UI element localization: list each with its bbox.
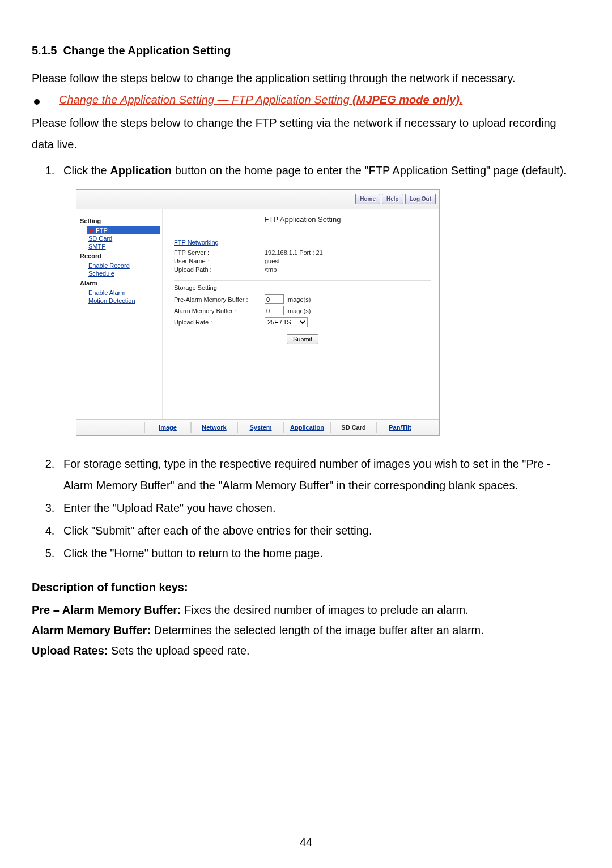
bottomnav-application[interactable]: Application: [284, 422, 330, 433]
sidebar-item-sdcard[interactable]: SD Card: [87, 234, 160, 242]
step-5: Click the "Home" button to return to the…: [58, 542, 580, 564]
def-prealarm-term: Pre – Alarm Memory Buffer:: [32, 604, 181, 616]
prealarm-row: Pre-Alarm Memory Buffer : Image(s): [174, 294, 431, 304]
step-4: Click "Submit" after each of the above e…: [58, 520, 580, 541]
username-value: guest: [265, 258, 280, 264]
bottomnav-sdcard[interactable]: SD Card: [330, 422, 377, 433]
function-keys-heading: Description of function keys:: [32, 581, 580, 594]
alarm-input[interactable]: [265, 306, 284, 315]
sidebar-group-record: Record: [80, 253, 160, 259]
alarm-unit: Image(s): [286, 307, 311, 314]
top-bar: Home Help Log Out: [76, 190, 439, 209]
storage-setting-section: Storage Setting Pre-Alarm Memory Buffer …: [174, 284, 431, 344]
bottomnav-pantilt[interactable]: Pan/Tilt: [377, 422, 423, 433]
def-prealarm: Pre – Alarm Memory Buffer: Fixes the des…: [32, 600, 580, 620]
page-number: 44: [0, 836, 612, 849]
sidebar-item-schedule[interactable]: Schedule: [87, 270, 160, 277]
ftp-server-row: FTP Server : 192.168.1.1 Port : 21: [174, 249, 431, 256]
content-area: FTP Application Setting FTP Networking F…: [163, 209, 439, 419]
submit-row: Submit: [174, 334, 431, 344]
sidebar-item-motion-detection[interactable]: Motion Detection: [87, 297, 160, 305]
section-heading: 5.1.5 Change the Application Setting: [32, 44, 580, 57]
upload-path-value: /tmp: [265, 266, 277, 273]
username-label: User Name :: [174, 258, 265, 264]
upload-path-row: Upload Path : /tmp: [174, 266, 431, 273]
upload-rate-label: Upload Rate :: [174, 319, 265, 326]
logout-button[interactable]: Log Out: [405, 194, 436, 204]
step1-app-word: Application: [110, 164, 172, 177]
home-button[interactable]: Home: [355, 194, 380, 204]
content-title: FTP Application Setting: [174, 215, 431, 224]
top-buttons: Home Help Log Out: [355, 194, 436, 204]
sidebar-group-setting: Setting: [80, 217, 160, 224]
def-upload-term: Upload Rates:: [32, 644, 108, 657]
ftp-networking-section: FTP Networking FTP Server : 192.168.1.1 …: [174, 233, 431, 281]
sidebar-item-enable-alarm[interactable]: Enable Alarm: [87, 289, 160, 297]
sub-intro-paragraph: Please follow the steps below to change …: [32, 112, 580, 155]
steps-list-top: Click the Application button on the home…: [32, 160, 580, 181]
body-area: Setting FTP SD Card SMTP Record Enable R…: [76, 209, 439, 419]
bottomnav-network[interactable]: Network: [191, 422, 237, 433]
ftp-server-value: 192.168.1.1 Port : 21: [265, 249, 323, 256]
prealarm-unit: Image(s): [286, 296, 311, 303]
step-1: Click the Application button on the home…: [58, 160, 580, 181]
sidebar-group-alarm: Alarm: [80, 280, 160, 287]
upload-rate-row: Upload Rate : 25F / 1S: [174, 317, 431, 327]
sidebar-item-ftp[interactable]: FTP: [87, 226, 160, 234]
sidebar-item-enable-record[interactable]: Enable Record: [87, 262, 160, 270]
submit-button[interactable]: Submit: [287, 334, 318, 344]
step1-a: Click the: [63, 164, 110, 177]
def-upload-text: Sets the upload speed rate.: [108, 644, 249, 657]
manual-page: 5.1.5 Change the Application Setting Ple…: [0, 0, 612, 868]
ftp-settings-screenshot: Home Help Log Out Setting FTP SD Card SM…: [76, 189, 440, 436]
sub-bullet-prefix: Change the Application Setting — FTP App…: [59, 93, 352, 106]
bottomnav-system[interactable]: System: [237, 422, 284, 433]
bullet-icon: [34, 99, 40, 105]
step-2: For storage setting, type in the respect…: [58, 453, 580, 496]
prealarm-input[interactable]: [265, 294, 284, 304]
steps-list-continued: For storage setting, type in the respect…: [32, 453, 580, 564]
sub-bullet-bold: (MJPEG mode only).: [352, 93, 462, 106]
def-alarm-text: Determines the selected length of the im…: [151, 624, 484, 636]
bottomnav-image[interactable]: Image: [144, 422, 191, 433]
help-button[interactable]: Help: [382, 194, 403, 204]
def-alarm: Alarm Memory Buffer: Determines the sele…: [32, 620, 580, 640]
upload-path-label: Upload Path :: [174, 266, 265, 273]
def-upload-rates: Upload Rates: Sets the upload speed rate…: [32, 640, 580, 661]
alarm-label: Alarm Memory Buffer :: [174, 307, 265, 314]
storage-setting-heading: Storage Setting: [174, 284, 431, 291]
ftp-server-label: FTP Server :: [174, 249, 265, 256]
section-number: 5.1.5: [32, 44, 57, 57]
prealarm-label: Pre-Alarm Memory Buffer :: [174, 296, 265, 303]
sidebar-item-smtp[interactable]: SMTP: [87, 242, 160, 250]
sidebar: Setting FTP SD Card SMTP Record Enable R…: [76, 209, 163, 419]
intro-paragraph: Please follow the steps below to change …: [32, 67, 580, 89]
def-prealarm-text: Fixes the desired number of images to pr…: [181, 604, 469, 616]
sub-bullet-text: Change the Application Setting — FTP App…: [59, 93, 463, 106]
section-title: Change the Application Setting: [63, 44, 231, 57]
upload-rate-select[interactable]: 25F / 1S: [265, 317, 308, 327]
step1-b: button on the home page to enter the "FT…: [172, 164, 567, 177]
bottom-nav: Image Network System Application SD Card…: [76, 419, 439, 435]
alarm-row: Alarm Memory Buffer : Image(s): [174, 306, 431, 315]
username-row: User Name : guest: [174, 258, 431, 264]
ftp-networking-heading[interactable]: FTP Networking: [174, 239, 431, 246]
def-alarm-term: Alarm Memory Buffer:: [32, 624, 151, 636]
sub-bullet: Change the Application Setting — FTP App…: [32, 93, 580, 106]
step-3: Enter the "Upload Rate" you have chosen.: [58, 497, 580, 519]
